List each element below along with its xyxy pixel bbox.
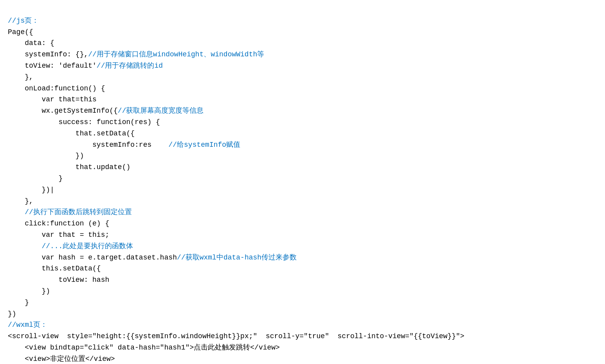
code-line: <view bindtap="click" data-hash="hash1">…	[8, 342, 597, 353]
code-line: systemInfo: {},//用于存储窗口信息windowHeight、wi…	[8, 49, 597, 60]
code-line: //执行下面函数后跳转到固定位置	[8, 207, 597, 218]
code-line: },	[8, 196, 597, 207]
code-line: })	[8, 286, 597, 297]
code-line: //...此处是要执行的函数体	[8, 241, 597, 252]
code-line: }	[8, 297, 597, 308]
code-line: var that=this	[8, 94, 597, 105]
code-line: <scroll-view style="height:{{systemInfo.…	[8, 331, 597, 342]
code-line: },	[8, 72, 597, 83]
code-line: wx.getSystemInfo({//获取屏幕高度宽度等信息	[8, 105, 597, 117]
code-line: toView: 'default'//用于存储跳转的id	[8, 60, 597, 72]
code-line: //wxml页：	[8, 319, 597, 331]
code-line: toView: hash	[8, 274, 597, 286]
code-line: onLoad:function() {	[8, 83, 597, 94]
code-line: })	[8, 308, 597, 320]
code-line: systemInfo:res //给systemInfo赋值	[8, 139, 597, 151]
code-line: click:function (e) {	[8, 218, 597, 229]
code-line: <view>非定位位置</view>	[8, 353, 597, 364]
code-block: //js页：Page({ data: { systemInfo: {},//用于…	[8, 4, 597, 364]
code-line: that.setData({	[8, 128, 597, 139]
code-line: Page({	[8, 27, 597, 38]
code-line: var hash = e.target.dataset.hash//获取wxml…	[8, 252, 597, 263]
code-line: success: function(res) {	[8, 117, 597, 128]
code-line: this.setData({	[8, 263, 597, 274]
code-line: data: {	[8, 38, 597, 49]
code-line: })	[8, 150, 597, 162]
code-line: var that = this;	[8, 229, 597, 241]
code-line: //js页：	[8, 15, 597, 27]
code-line: that.update()	[8, 162, 597, 173]
code-line: })|	[8, 184, 597, 196]
code-line: }	[8, 173, 597, 184]
